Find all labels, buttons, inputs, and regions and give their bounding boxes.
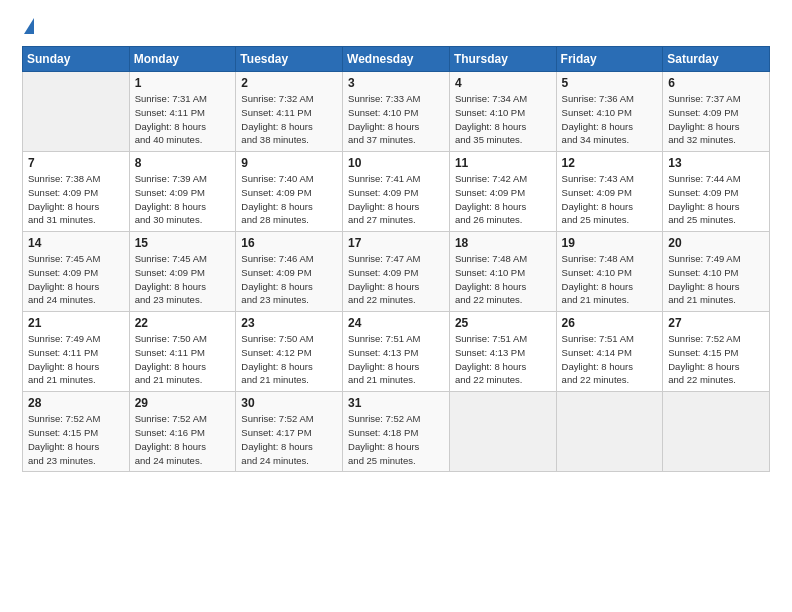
day-info: Sunrise: 7:43 AMSunset: 4:09 PMDaylight:… bbox=[562, 172, 658, 227]
weekday-header-monday: Monday bbox=[129, 47, 236, 72]
day-info: Sunrise: 7:32 AMSunset: 4:11 PMDaylight:… bbox=[241, 92, 337, 147]
day-number: 23 bbox=[241, 316, 337, 330]
day-number: 26 bbox=[562, 316, 658, 330]
day-number: 3 bbox=[348, 76, 444, 90]
day-number: 25 bbox=[455, 316, 551, 330]
calendar-cell: 31Sunrise: 7:52 AMSunset: 4:18 PMDayligh… bbox=[343, 392, 450, 472]
day-info: Sunrise: 7:48 AMSunset: 4:10 PMDaylight:… bbox=[562, 252, 658, 307]
day-number: 10 bbox=[348, 156, 444, 170]
day-number: 6 bbox=[668, 76, 764, 90]
calendar-cell: 16Sunrise: 7:46 AMSunset: 4:09 PMDayligh… bbox=[236, 232, 343, 312]
day-number: 12 bbox=[562, 156, 658, 170]
day-number: 11 bbox=[455, 156, 551, 170]
day-info: Sunrise: 7:39 AMSunset: 4:09 PMDaylight:… bbox=[135, 172, 231, 227]
calendar-cell: 29Sunrise: 7:52 AMSunset: 4:16 PMDayligh… bbox=[129, 392, 236, 472]
day-info: Sunrise: 7:42 AMSunset: 4:09 PMDaylight:… bbox=[455, 172, 551, 227]
day-info: Sunrise: 7:52 AMSunset: 4:16 PMDaylight:… bbox=[135, 412, 231, 467]
day-number: 8 bbox=[135, 156, 231, 170]
day-number: 28 bbox=[28, 396, 124, 410]
calendar-cell bbox=[556, 392, 663, 472]
day-number: 30 bbox=[241, 396, 337, 410]
day-info: Sunrise: 7:51 AMSunset: 4:14 PMDaylight:… bbox=[562, 332, 658, 387]
calendar-cell: 2Sunrise: 7:32 AMSunset: 4:11 PMDaylight… bbox=[236, 72, 343, 152]
page: SundayMondayTuesdayWednesdayThursdayFrid… bbox=[0, 0, 792, 612]
weekday-header-sunday: Sunday bbox=[23, 47, 130, 72]
day-info: Sunrise: 7:51 AMSunset: 4:13 PMDaylight:… bbox=[348, 332, 444, 387]
day-info: Sunrise: 7:52 AMSunset: 4:18 PMDaylight:… bbox=[348, 412, 444, 467]
day-number: 31 bbox=[348, 396, 444, 410]
day-info: Sunrise: 7:34 AMSunset: 4:10 PMDaylight:… bbox=[455, 92, 551, 147]
day-number: 16 bbox=[241, 236, 337, 250]
day-number: 22 bbox=[135, 316, 231, 330]
day-number: 18 bbox=[455, 236, 551, 250]
day-info: Sunrise: 7:52 AMSunset: 4:17 PMDaylight:… bbox=[241, 412, 337, 467]
day-info: Sunrise: 7:50 AMSunset: 4:11 PMDaylight:… bbox=[135, 332, 231, 387]
calendar-cell: 10Sunrise: 7:41 AMSunset: 4:09 PMDayligh… bbox=[343, 152, 450, 232]
calendar-cell bbox=[23, 72, 130, 152]
day-info: Sunrise: 7:33 AMSunset: 4:10 PMDaylight:… bbox=[348, 92, 444, 147]
calendar-cell: 26Sunrise: 7:51 AMSunset: 4:14 PMDayligh… bbox=[556, 312, 663, 392]
calendar-cell: 15Sunrise: 7:45 AMSunset: 4:09 PMDayligh… bbox=[129, 232, 236, 312]
weekday-header-friday: Friday bbox=[556, 47, 663, 72]
day-number: 7 bbox=[28, 156, 124, 170]
day-number: 1 bbox=[135, 76, 231, 90]
calendar-table: SundayMondayTuesdayWednesdayThursdayFrid… bbox=[22, 46, 770, 472]
day-number: 13 bbox=[668, 156, 764, 170]
day-number: 24 bbox=[348, 316, 444, 330]
day-number: 2 bbox=[241, 76, 337, 90]
calendar-cell: 25Sunrise: 7:51 AMSunset: 4:13 PMDayligh… bbox=[449, 312, 556, 392]
day-info: Sunrise: 7:48 AMSunset: 4:10 PMDaylight:… bbox=[455, 252, 551, 307]
calendar-cell: 7Sunrise: 7:38 AMSunset: 4:09 PMDaylight… bbox=[23, 152, 130, 232]
day-number: 20 bbox=[668, 236, 764, 250]
day-number: 9 bbox=[241, 156, 337, 170]
calendar-cell: 30Sunrise: 7:52 AMSunset: 4:17 PMDayligh… bbox=[236, 392, 343, 472]
day-number: 4 bbox=[455, 76, 551, 90]
day-info: Sunrise: 7:36 AMSunset: 4:10 PMDaylight:… bbox=[562, 92, 658, 147]
day-number: 17 bbox=[348, 236, 444, 250]
day-info: Sunrise: 7:37 AMSunset: 4:09 PMDaylight:… bbox=[668, 92, 764, 147]
calendar-cell: 27Sunrise: 7:52 AMSunset: 4:15 PMDayligh… bbox=[663, 312, 770, 392]
day-info: Sunrise: 7:47 AMSunset: 4:09 PMDaylight:… bbox=[348, 252, 444, 307]
day-number: 14 bbox=[28, 236, 124, 250]
calendar-cell: 6Sunrise: 7:37 AMSunset: 4:09 PMDaylight… bbox=[663, 72, 770, 152]
calendar-cell: 14Sunrise: 7:45 AMSunset: 4:09 PMDayligh… bbox=[23, 232, 130, 312]
calendar-cell: 5Sunrise: 7:36 AMSunset: 4:10 PMDaylight… bbox=[556, 72, 663, 152]
day-info: Sunrise: 7:45 AMSunset: 4:09 PMDaylight:… bbox=[135, 252, 231, 307]
day-info: Sunrise: 7:40 AMSunset: 4:09 PMDaylight:… bbox=[241, 172, 337, 227]
calendar-cell: 13Sunrise: 7:44 AMSunset: 4:09 PMDayligh… bbox=[663, 152, 770, 232]
calendar-cell: 3Sunrise: 7:33 AMSunset: 4:10 PMDaylight… bbox=[343, 72, 450, 152]
calendar-cell bbox=[663, 392, 770, 472]
day-info: Sunrise: 7:44 AMSunset: 4:09 PMDaylight:… bbox=[668, 172, 764, 227]
calendar-cell: 22Sunrise: 7:50 AMSunset: 4:11 PMDayligh… bbox=[129, 312, 236, 392]
calendar-cell: 12Sunrise: 7:43 AMSunset: 4:09 PMDayligh… bbox=[556, 152, 663, 232]
calendar-cell: 28Sunrise: 7:52 AMSunset: 4:15 PMDayligh… bbox=[23, 392, 130, 472]
calendar-cell: 21Sunrise: 7:49 AMSunset: 4:11 PMDayligh… bbox=[23, 312, 130, 392]
logo bbox=[22, 18, 34, 36]
day-number: 21 bbox=[28, 316, 124, 330]
calendar-cell: 23Sunrise: 7:50 AMSunset: 4:12 PMDayligh… bbox=[236, 312, 343, 392]
day-number: 27 bbox=[668, 316, 764, 330]
weekday-header-wednesday: Wednesday bbox=[343, 47, 450, 72]
weekday-header-tuesday: Tuesday bbox=[236, 47, 343, 72]
calendar-cell: 9Sunrise: 7:40 AMSunset: 4:09 PMDaylight… bbox=[236, 152, 343, 232]
calendar-cell: 20Sunrise: 7:49 AMSunset: 4:10 PMDayligh… bbox=[663, 232, 770, 312]
day-info: Sunrise: 7:38 AMSunset: 4:09 PMDaylight:… bbox=[28, 172, 124, 227]
day-info: Sunrise: 7:52 AMSunset: 4:15 PMDaylight:… bbox=[28, 412, 124, 467]
calendar-cell: 4Sunrise: 7:34 AMSunset: 4:10 PMDaylight… bbox=[449, 72, 556, 152]
weekday-header-saturday: Saturday bbox=[663, 47, 770, 72]
day-info: Sunrise: 7:45 AMSunset: 4:09 PMDaylight:… bbox=[28, 252, 124, 307]
calendar-cell: 8Sunrise: 7:39 AMSunset: 4:09 PMDaylight… bbox=[129, 152, 236, 232]
header bbox=[22, 18, 770, 36]
calendar-cell: 24Sunrise: 7:51 AMSunset: 4:13 PMDayligh… bbox=[343, 312, 450, 392]
day-number: 5 bbox=[562, 76, 658, 90]
day-info: Sunrise: 7:51 AMSunset: 4:13 PMDaylight:… bbox=[455, 332, 551, 387]
day-info: Sunrise: 7:52 AMSunset: 4:15 PMDaylight:… bbox=[668, 332, 764, 387]
day-info: Sunrise: 7:50 AMSunset: 4:12 PMDaylight:… bbox=[241, 332, 337, 387]
calendar-cell: 17Sunrise: 7:47 AMSunset: 4:09 PMDayligh… bbox=[343, 232, 450, 312]
calendar-cell: 1Sunrise: 7:31 AMSunset: 4:11 PMDaylight… bbox=[129, 72, 236, 152]
day-info: Sunrise: 7:41 AMSunset: 4:09 PMDaylight:… bbox=[348, 172, 444, 227]
day-info: Sunrise: 7:49 AMSunset: 4:10 PMDaylight:… bbox=[668, 252, 764, 307]
day-info: Sunrise: 7:31 AMSunset: 4:11 PMDaylight:… bbox=[135, 92, 231, 147]
calendar-cell bbox=[449, 392, 556, 472]
calendar-cell: 11Sunrise: 7:42 AMSunset: 4:09 PMDayligh… bbox=[449, 152, 556, 232]
